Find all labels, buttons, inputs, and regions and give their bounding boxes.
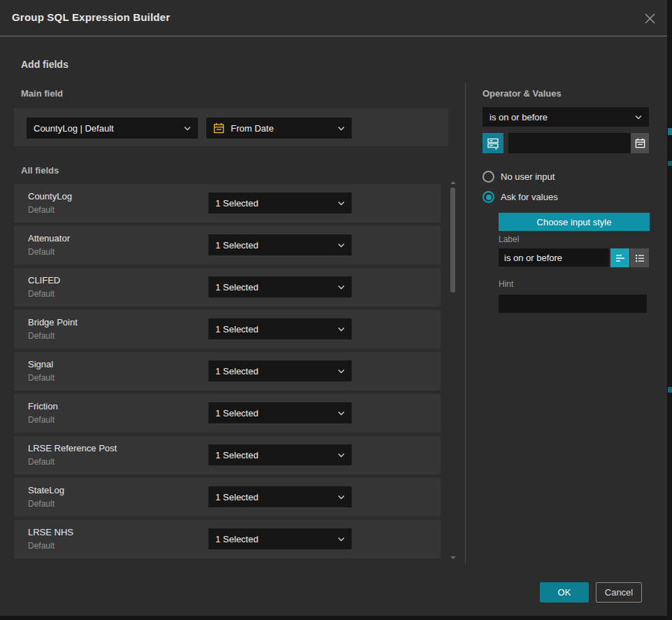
main-field-field-value: From Date <box>231 123 332 134</box>
operator-dropdown[interactable]: is on or before <box>482 107 649 127</box>
scrollbar-thumb[interactable] <box>450 188 455 293</box>
all-fields-list: CountyLog Default 1 Selected Attenuator … <box>14 184 441 562</box>
list-input-style-button[interactable] <box>630 248 649 267</box>
background-fragment <box>668 387 672 393</box>
field-name: LRSE Reference Post <box>28 443 117 453</box>
field-selection-value: 1 Selected <box>215 366 332 376</box>
radio-circle-unchecked <box>482 171 494 183</box>
field-subtitle: Default <box>28 247 55 257</box>
field-subtitle: Default <box>28 289 55 299</box>
field-selection-dropdown[interactable]: 1 Selected <box>208 528 352 549</box>
field-name: Friction <box>28 401 58 411</box>
field-selection-value: 1 Selected <box>215 408 332 418</box>
chevron-down-icon <box>338 453 345 458</box>
field-subtitle: Default <box>28 499 55 509</box>
chevron-down-icon <box>338 411 345 416</box>
label-caption: Label <box>499 234 519 244</box>
scrollbar-down-arrow[interactable] <box>450 556 456 559</box>
field-selection-value: 1 Selected <box>215 534 332 544</box>
radio-ask-for-values[interactable]: Ask for values <box>482 191 558 203</box>
radio-circle-checked <box>482 191 494 203</box>
dialog-header: Group SQL Expression Builder <box>0 0 667 36</box>
cancel-button[interactable]: Cancel <box>596 582 642 603</box>
field-selection-value: 1 Selected <box>215 282 332 293</box>
field-selection-dropdown[interactable]: 1 Selected <box>208 234 352 255</box>
field-name: Signal <box>28 359 53 369</box>
field-selection-dropdown[interactable]: 1 Selected <box>208 444 352 465</box>
date-value-input[interactable] <box>508 133 631 153</box>
field-selection-dropdown[interactable]: 1 Selected <box>208 486 352 507</box>
list-input-style-icon <box>634 253 645 263</box>
chevron-down-icon <box>635 115 642 120</box>
field-row: Signal Default 1 Selected <box>14 352 441 390</box>
value-type-button[interactable] <box>482 133 503 153</box>
panel-divider <box>465 83 466 563</box>
chevron-down-icon <box>338 495 345 500</box>
field-selection-dropdown[interactable]: 1 Selected <box>208 192 352 213</box>
main-field-field-dropdown[interactable]: From Date <box>206 118 352 139</box>
field-row: Bridge Point Default 1 Selected <box>14 310 441 348</box>
chevron-down-icon <box>338 243 345 248</box>
background-fragment <box>668 128 672 135</box>
field-row: CountyLog Default 1 Selected <box>14 184 441 223</box>
add-fields-heading: Add fields <box>21 59 69 70</box>
field-selection-dropdown[interactable]: 1 Selected <box>208 318 352 339</box>
field-name: Attenuator <box>28 233 70 244</box>
field-subtitle: Default <box>28 541 55 551</box>
field-name: Bridge Point <box>28 317 78 327</box>
chevron-down-icon <box>338 285 345 290</box>
all-fields-label: All fields <box>21 165 59 176</box>
scrollbar-up-arrow[interactable] <box>450 181 456 184</box>
field-subtitle: Default <box>28 457 55 467</box>
field-name: StateLog <box>28 485 64 495</box>
main-field-source-dropdown[interactable]: CountyLog | Default <box>27 118 198 139</box>
field-subtitle: Default <box>28 373 55 383</box>
calendar-picker-icon <box>635 138 645 148</box>
chevron-down-icon <box>338 126 345 131</box>
field-selection-value: 1 Selected <box>215 198 332 209</box>
calendar-date-icon <box>213 122 224 134</box>
field-selection-value: 1 Selected <box>215 450 332 460</box>
background-app-strip <box>667 0 672 620</box>
ok-button[interactable]: OK <box>540 582 589 603</box>
background-fragment <box>668 161 672 166</box>
chevron-down-icon <box>338 537 345 542</box>
date-picker-button[interactable] <box>631 133 649 153</box>
operator-values-heading: Operator & Values <box>482 88 562 99</box>
field-selection-value: 1 Selected <box>215 492 332 502</box>
operator-value: is on or before <box>489 112 629 122</box>
field-row: CLIFED Default 1 Selected <box>14 268 441 307</box>
field-selection-dropdown[interactable]: 1 Selected <box>208 360 352 381</box>
field-selection-dropdown[interactable]: 1 Selected <box>208 402 352 423</box>
chevron-down-icon <box>338 327 345 332</box>
close-icon <box>644 13 656 24</box>
field-subtitle: Default <box>28 331 55 341</box>
field-row: StateLog Default 1 Selected <box>14 478 441 516</box>
field-subtitle: Default <box>28 205 55 215</box>
chevron-down-icon <box>338 201 345 206</box>
field-selection-value: 1 Selected <box>215 324 332 334</box>
main-field-label: Main field <box>21 88 63 99</box>
value-type-stack-icon <box>487 137 499 150</box>
hint-input[interactable] <box>499 295 647 313</box>
field-name: CLIFED <box>28 275 60 286</box>
group-sql-expression-builder-dialog: Group SQL Expression Builder Add fields … <box>0 0 667 616</box>
label-input[interactable] <box>499 248 609 267</box>
radio-no-user-input[interactable]: No user input <box>482 171 555 183</box>
field-row: LRSE NHS Default 1 Selected <box>14 520 441 558</box>
radio-label: Ask for values <box>501 192 558 202</box>
field-name: CountyLog <box>28 191 72 202</box>
single-input-style-button[interactable] <box>610 248 629 267</box>
hint-caption: Hint <box>499 279 513 289</box>
close-button[interactable] <box>641 10 658 27</box>
field-name: LRSE NHS <box>28 527 73 537</box>
field-selection-dropdown[interactable]: 1 Selected <box>208 276 352 297</box>
field-subtitle: Default <box>28 415 55 425</box>
screen: Group SQL Expression Builder Add fields … <box>0 0 672 620</box>
list-scrollbar[interactable] <box>450 179 455 561</box>
radio-label: No user input <box>501 171 555 182</box>
choose-input-style-button[interactable]: Choose input style <box>499 213 650 231</box>
main-field-source-value: CountyLog | Default <box>34 123 178 134</box>
field-row: Attenuator Default 1 Selected <box>14 226 441 265</box>
dialog-title: Group SQL Expression Builder <box>12 11 170 23</box>
